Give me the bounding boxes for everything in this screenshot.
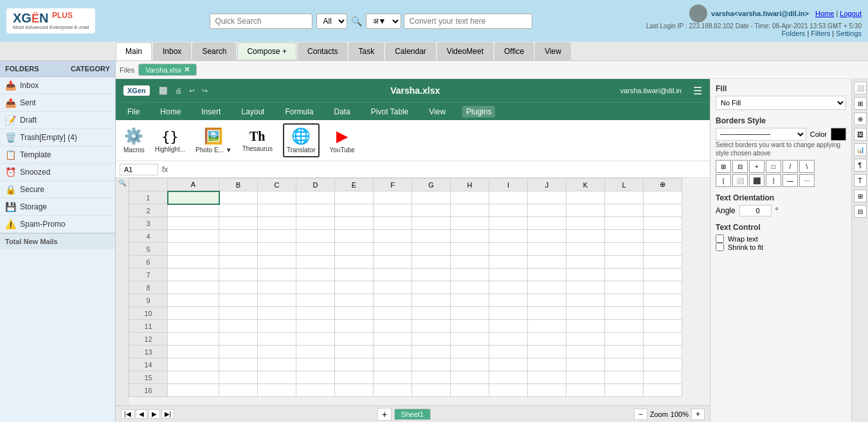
grid-cell[interactable] (412, 333, 451, 346)
grid-cell[interactable] (605, 307, 644, 320)
zoom-in-button[interactable]: + (691, 409, 705, 420)
grid-cell[interactable] (566, 204, 605, 217)
grid-cell[interactable] (219, 281, 258, 294)
col-header-e[interactable]: E (335, 179, 374, 191)
tab-calendar[interactable]: Calendar (385, 42, 436, 60)
grid-cell[interactable] (489, 243, 528, 256)
grid-cell[interactable] (296, 371, 335, 384)
grid-cell[interactable] (335, 217, 374, 230)
grid-cell[interactable] (296, 294, 335, 307)
grid-cell[interactable] (374, 371, 412, 384)
grid-cell[interactable] (528, 320, 566, 333)
grid-cell[interactable] (566, 346, 605, 358)
border-style-select[interactable]: ────────── (716, 128, 806, 141)
grid-cell[interactable] (489, 230, 528, 243)
tab-main[interactable]: Main (116, 42, 152, 60)
plugin-macros[interactable]: ⚙️ Macros (123, 127, 145, 154)
grid-cell[interactable] (219, 346, 258, 358)
col-header-b[interactable]: B (219, 179, 258, 191)
menu-formula[interactable]: Formula (281, 106, 317, 118)
grid-cell[interactable] (168, 307, 219, 320)
grid-cell[interactable] (219, 333, 258, 346)
grid-cell[interactable] (168, 204, 219, 217)
grid-cell[interactable] (258, 307, 296, 320)
grid-cell[interactable] (296, 384, 335, 397)
cell-ref-input[interactable] (120, 164, 158, 175)
grid-cell[interactable] (566, 294, 605, 307)
grid-cell[interactable] (168, 320, 219, 333)
formula-input[interactable] (172, 165, 706, 174)
grid-cell[interactable] (489, 307, 528, 320)
filters-link[interactable]: Filters (811, 30, 830, 37)
grid-cell[interactable] (528, 346, 566, 358)
tab-compose[interactable]: Compose + (237, 42, 296, 60)
col-header-l[interactable]: L (605, 179, 644, 191)
plugin-thesaurus[interactable]: Th Thesaurus (242, 129, 273, 152)
grid-cell[interactable] (296, 281, 335, 294)
grid-cell[interactable] (412, 294, 451, 307)
grid-cell[interactable] (335, 333, 374, 346)
grid-cell[interactable] (258, 268, 296, 281)
border-outer[interactable]: + (749, 160, 764, 173)
grid-cell[interactable] (489, 217, 528, 230)
grid-cell[interactable] (605, 256, 644, 268)
grid-cell[interactable] (451, 191, 489, 204)
grid-cell[interactable] (451, 294, 489, 307)
border-none[interactable]: ⋯ (799, 174, 815, 187)
sidebar-item-template[interactable]: 📋 Template (0, 146, 115, 164)
grid-cell[interactable] (374, 230, 412, 243)
grid-cell[interactable] (219, 371, 258, 384)
grid-cell[interactable] (168, 384, 219, 397)
grid-cell[interactable] (258, 371, 296, 384)
redo-icon[interactable]: ↪ (202, 87, 208, 94)
grid-cell[interactable] (489, 281, 528, 294)
grid-cell[interactable] (528, 358, 566, 371)
grid-cell[interactable] (168, 256, 219, 268)
plugin-translator[interactable]: 🌐 Translator (283, 123, 320, 157)
grid-cell[interactable] (489, 191, 528, 204)
col-header-k[interactable]: K (566, 179, 605, 191)
grid-cell[interactable] (605, 230, 644, 243)
grid-cell[interactable] (296, 217, 335, 230)
grid-cell[interactable] (335, 230, 374, 243)
border-diag2[interactable]: \ (799, 160, 815, 173)
grid-cell[interactable] (605, 243, 644, 256)
grid-cell[interactable] (528, 243, 566, 256)
strip-icon-2[interactable]: ⊞ (854, 97, 867, 110)
grid-cell[interactable] (168, 333, 219, 346)
grid-cell[interactable] (528, 307, 566, 320)
grid-cell[interactable] (168, 217, 219, 230)
grid-cell[interactable] (451, 281, 489, 294)
border-inside[interactable]: ⊟ (732, 160, 748, 173)
grid-cell[interactable] (605, 333, 644, 346)
border-h-line[interactable]: — (782, 174, 798, 187)
col-header-a[interactable]: A (168, 179, 219, 191)
grid-cell[interactable] (335, 384, 374, 397)
border-diag1[interactable]: / (782, 160, 798, 173)
grid-cell[interactable] (605, 371, 644, 384)
grid-cell[interactable] (566, 371, 605, 384)
grid-cell[interactable] (335, 281, 374, 294)
grid-cell[interactable] (566, 230, 605, 243)
sidebar-item-inbox[interactable]: 📥 Inbox (0, 77, 115, 94)
grid-cell[interactable] (374, 294, 412, 307)
grid-cell[interactable] (644, 307, 682, 320)
grid-cell[interactable] (489, 294, 528, 307)
grid-cell[interactable] (451, 230, 489, 243)
grid-cell[interactable] (168, 358, 219, 371)
grid-cell[interactable] (451, 204, 489, 217)
grid-cell[interactable] (644, 217, 682, 230)
grid-cell[interactable] (644, 384, 682, 397)
menu-home[interactable]: Home (156, 106, 185, 118)
grid-cell[interactable] (566, 256, 605, 268)
grid-cell[interactable] (644, 230, 682, 243)
grid-cell[interactable] (296, 346, 335, 358)
search-button[interactable]: 🔍 (351, 16, 362, 26)
translate-select[interactable]: अ▼ (366, 13, 401, 29)
grid-cell[interactable] (528, 268, 566, 281)
sheet-nav-prev[interactable]: ◀ (136, 409, 147, 419)
grid-cell[interactable] (258, 230, 296, 243)
color-swatch[interactable] (831, 128, 846, 141)
grid-cell[interactable] (489, 358, 528, 371)
sidebar-item-secure[interactable]: 🔒 Secure (0, 181, 115, 198)
